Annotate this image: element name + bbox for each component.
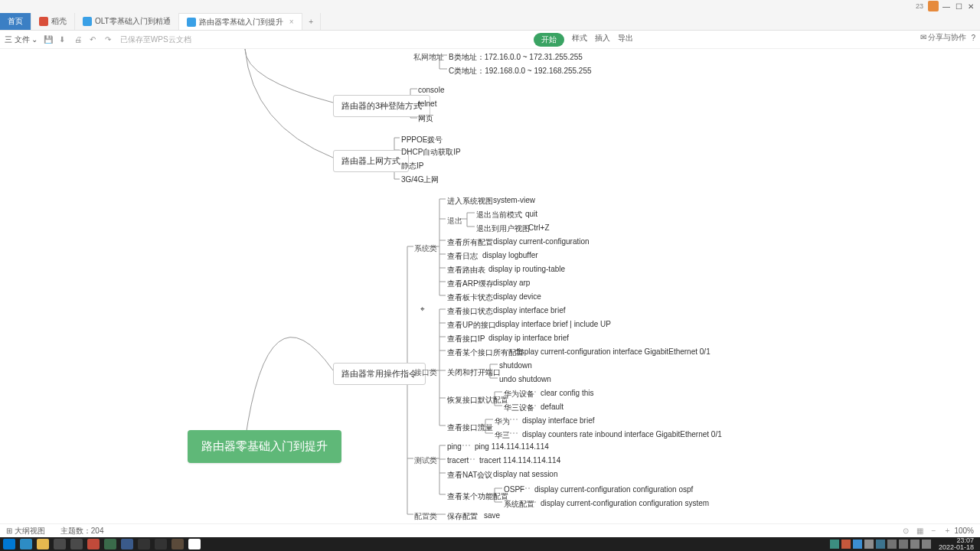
node-if-restore-h3c[interactable]: 华三设备 [504,403,534,413]
node-if-flow-hw-cmd[interactable]: display interface brief [522,416,595,425]
undo-icon[interactable]: ↶ [90,35,99,44]
node-test-tracert-cmd[interactable]: tracert 114.114.114.114 [479,456,560,465]
tray-icon-7[interactable] [899,540,908,549]
tab-daoker[interactable]: 稻壳 [31,13,75,30]
taskbar-app-9[interactable] [155,539,167,549]
node-cfg-save-cmd[interactable]: save [484,511,500,520]
node-sys-exit[interactable]: 退出 [447,216,462,227]
node-sys-showlog-cmd[interactable]: display logbuffer [482,251,538,259]
node-classc[interactable]: C类地址：192.168.0.0 ~ 192.168.255.255 [449,66,592,77]
tab-olt[interactable]: OLT零基础入门到精通 [75,13,179,30]
taskbar-clock[interactable]: 23:072022-01-18 [936,537,977,551]
node-telnet[interactable]: telnet [418,99,436,108]
node-if-ip-cmd[interactable]: display ip interface brief [488,334,569,342]
node-test-nat[interactable]: 查看NAT会议 [447,470,492,481]
node-sys-showlog[interactable]: 查看日志 [447,251,478,262]
node-test-func-ospf-cmd[interactable]: display current-configuration configurat… [534,485,693,494]
node-3g4g[interactable]: 3G/4G上网 [401,174,439,185]
redo-icon[interactable]: ↷ [105,35,114,44]
node-sys-showall-cmd[interactable]: display current-configuration [493,237,590,246]
node-sys-enter-cmd[interactable]: system-view [493,196,535,204]
node-test-func[interactable]: 查看某个功能配置 [447,491,508,502]
taskbar-app-1[interactable] [20,539,32,549]
node-test-ping[interactable]: ping [447,442,462,451]
node-cat-iface[interactable]: 接口类 [414,367,437,378]
taskbar-app-8[interactable] [138,539,150,549]
notification-count[interactable]: 23 [916,2,923,10]
tab-router[interactable]: 路由器零基础入门到提升× [179,13,302,30]
user-avatar-icon[interactable] [928,1,939,11]
start-button[interactable] [3,539,15,549]
system-tray[interactable] [830,540,931,549]
node-sys-showrt[interactable]: 查看路由表 [447,265,485,276]
taskbar-app-5[interactable] [87,539,100,549]
node-dhcp[interactable]: DHCP自动获取IP [401,147,461,158]
menu-start[interactable]: 开始 [534,33,564,47]
taskbar-app-3[interactable] [54,539,66,549]
menu-insert[interactable]: 插入 [595,33,610,47]
node-if-restore-hw-cmd[interactable]: clear config this [541,389,593,397]
node-test-tracert[interactable]: tracert [447,456,469,465]
node-if-shut-cmd2[interactable]: undo shutdown [499,375,551,383]
node-sys-showarp-cmd[interactable]: display arp [493,279,530,287]
node-if-one[interactable]: 查看某个接口所有配置 [447,347,524,358]
node-sys-enter[interactable]: 进入系统视图 [447,196,493,207]
taskbar-app-4[interactable] [70,539,83,549]
node-cat-system[interactable]: 系统类 [414,243,437,254]
tray-icon-4[interactable] [864,540,874,549]
node-private-addr[interactable]: 私网地址 [413,52,444,63]
node-login-methods[interactable]: 路由器的3种登陆方式 [333,95,430,117]
node-sys-exit-user[interactable]: 退出到用户视图 [476,223,530,234]
node-sys-showarp[interactable]: 查看ARP缓存 [447,279,494,289]
node-if-ip[interactable]: 查看接口IP [447,334,485,344]
node-internet-methods[interactable]: 路由器上网方式 [333,150,409,172]
node-pppoe[interactable]: PPPOE拨号 [401,135,443,145]
taskbar-app-10[interactable] [172,539,184,549]
node-console[interactable]: console [418,86,444,94]
taskbar-app-7[interactable] [121,539,133,549]
node-if-one-cmd[interactable]: display current-configuration interface … [514,347,710,356]
node-if-restore-h3c-cmd[interactable]: default [541,403,564,411]
node-sys-exit-cur-cmd[interactable]: quit [525,210,537,218]
menu-style[interactable]: 样式 [572,33,587,47]
download-icon[interactable]: ⬇ [59,35,68,44]
node-if-flow-h3c-cmd[interactable]: display counters rate inbound interface … [522,430,722,439]
node-if-flow-h3c[interactable]: 华三 [495,430,510,441]
node-if-restore[interactable]: 恢复接口默认配置 [447,395,508,406]
print-icon[interactable]: 🖨 [74,35,83,44]
node-sys-showcard-cmd[interactable]: display device [493,292,541,301]
node-if-up-cmd[interactable]: display interface brief | include UP [495,320,611,328]
tray-volume-icon[interactable] [910,540,920,549]
node-web[interactable]: 网页 [418,113,433,124]
zoom-out-icon[interactable]: − [928,526,939,536]
share-button[interactable]: ✉ 分享与协作 [920,32,967,43]
mindmap-canvas[interactable]: 路由器零基础入门到提升 私网地址 B类地址：172.16.0.0 ~ 172.3… [0,49,980,523]
node-static[interactable]: 静态IP [401,161,423,171]
file-menu[interactable]: 三 文件 ⌄ [5,34,38,45]
locate-icon[interactable]: ⊙ [900,526,911,536]
node-sys-exit-cur[interactable]: 退出当前模式 [476,210,522,220]
zoom-in-icon[interactable]: + [942,526,952,536]
save-icon[interactable]: 💾 [44,35,53,44]
tray-icon-1[interactable] [830,540,839,549]
node-cat-config[interactable]: 配置类 [414,511,437,522]
close-button[interactable]: ✕ [965,0,977,12]
close-tab-icon[interactable]: × [289,18,294,26]
minimize-button[interactable]: — [940,0,952,12]
node-test-func-sys-cmd[interactable]: display current-configuration configurat… [541,499,709,507]
node-if-up[interactable]: 查看UP的接口 [447,320,496,331]
node-if-restore-hw[interactable]: 华为设备 [504,389,534,399]
node-classb[interactable]: B类地址：172.16.0.0 ~ 172.31.255.255 [449,52,583,63]
taskbar-app-2[interactable] [37,539,49,549]
taskbar-app-6[interactable] [104,539,116,549]
node-sys-exit-user-cmd[interactable]: Ctrl+Z [528,223,550,232]
node-test-ping-cmd[interactable]: ping 114.114.114.114 [475,442,549,451]
new-tab-button[interactable]: + [302,13,321,30]
tray-icon-5[interactable] [876,540,885,549]
tray-icon-3[interactable] [853,540,862,549]
tray-network-icon[interactable] [922,540,931,549]
taskbar-chrome[interactable] [188,539,201,549]
node-cfg-save[interactable]: 保存配置 [447,511,478,522]
outline-view-toggle[interactable]: ⊞ 大纲视图 [6,526,45,536]
node-test-func-sys[interactable]: 系统配置 [504,499,534,510]
